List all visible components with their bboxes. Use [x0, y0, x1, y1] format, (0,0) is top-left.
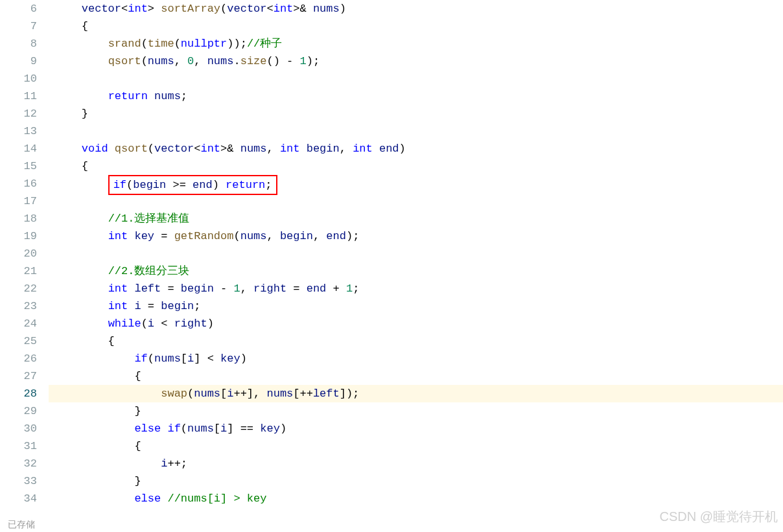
code-editor[interactable]: 6789101112131415161718192021222324252627…	[0, 0, 783, 532]
code-line[interactable]: srand(time(nullptr));//种子	[49, 35, 783, 52]
token: (	[148, 143, 154, 155]
token: end	[326, 230, 346, 242]
token: (	[148, 353, 154, 365]
code-line[interactable]: void qsort(vector<int>& nums, int begin,…	[49, 140, 783, 157]
token: begin	[280, 230, 313, 242]
token: nums	[240, 143, 267, 155]
token: (	[233, 230, 240, 242]
token: )	[340, 3, 346, 15]
token: nums	[240, 230, 267, 242]
line-number-gutter: 6789101112131415161718192021222324252627…	[0, 0, 49, 532]
line-number: 12	[0, 105, 37, 122]
token	[161, 492, 167, 505]
code-line[interactable]: //2.数组分三块	[49, 262, 783, 280]
code-line[interactable]: int key = getRandom(nums, begin, end);	[49, 227, 783, 245]
code-line[interactable]: vector<int> sortArray(vector<int>& nums)	[49, 0, 783, 17]
token: >&	[293, 3, 313, 15]
token: return	[226, 179, 265, 191]
token: i	[161, 457, 167, 470]
token	[148, 90, 154, 102]
token	[55, 387, 161, 400]
code-line[interactable]: {	[49, 332, 783, 350]
code-line[interactable]: else if(nums[i] == key)	[49, 420, 783, 437]
code-line[interactable]: {	[49, 437, 783, 455]
token: );	[346, 230, 359, 242]
token: int	[200, 143, 220, 155]
token: )	[213, 179, 226, 191]
line-number: 6	[0, 0, 37, 17]
token: right	[253, 283, 286, 295]
token: while	[108, 318, 141, 330]
code-line[interactable]: int left = begin - 1, right = end + 1;	[49, 280, 783, 297]
token: {	[55, 440, 141, 452]
token: (	[141, 318, 148, 330]
token: if	[167, 422, 180, 435]
token: {	[55, 160, 88, 172]
token: (	[141, 55, 148, 67]
token: ] <	[194, 353, 220, 365]
line-number: 26	[0, 350, 37, 367]
token: )	[280, 422, 286, 435]
token	[108, 143, 115, 155]
code-line[interactable]: while(i < right)	[49, 315, 783, 332]
code-line[interactable]: {	[49, 17, 783, 35]
token: swap	[161, 387, 187, 400]
token: [	[220, 387, 227, 400]
token: )	[207, 318, 214, 330]
code-area[interactable]: vector<int> sortArray(vector<int>& nums)…	[49, 0, 783, 532]
token: ,	[267, 143, 280, 155]
code-line[interactable]: int i = begin;	[49, 297, 783, 315]
token	[55, 143, 82, 155]
code-line[interactable]: //1.选择基准值	[49, 210, 783, 227]
token: ++],	[233, 387, 266, 400]
line-number: 30	[0, 420, 37, 437]
token: left	[134, 283, 161, 295]
token: i	[148, 318, 154, 330]
line-number: 29	[0, 402, 37, 420]
code-line[interactable]: }	[49, 472, 783, 490]
token: nums	[266, 387, 293, 400]
token: <	[154, 318, 174, 330]
code-line[interactable]: if(begin >= end) return;	[49, 175, 783, 192]
line-number: 10	[0, 70, 37, 87]
code-line[interactable]: qsort(nums, 0, nums.size() - 1);	[49, 52, 783, 70]
code-line[interactable]	[49, 122, 783, 140]
token: int	[108, 300, 128, 312]
token: (	[187, 387, 194, 400]
code-line[interactable]: if(nums[i] < key)	[49, 350, 783, 367]
code-line[interactable]: swap(nums[i++], nums[++left]);	[49, 385, 783, 402]
token: vector	[154, 143, 194, 155]
token	[55, 38, 108, 50]
token: [	[214, 422, 220, 435]
token: time	[148, 38, 174, 50]
token: (	[126, 179, 133, 191]
code-line[interactable]: else //nums[i] > key	[49, 490, 783, 507]
token	[55, 318, 108, 330]
line-number: 33	[0, 472, 37, 490]
code-line[interactable]: }	[49, 105, 783, 122]
line-number: 31	[0, 437, 37, 455]
code-line[interactable]	[49, 192, 783, 210]
code-line[interactable]: {	[49, 367, 783, 385]
token: vector	[227, 3, 266, 15]
token: {	[55, 335, 115, 347]
line-number: 8	[0, 35, 37, 52]
token: 1	[346, 283, 353, 295]
token: ,	[240, 283, 253, 295]
token: (	[174, 38, 181, 50]
token: nums	[207, 55, 234, 67]
token	[55, 422, 134, 435]
code-line[interactable]: }	[49, 402, 783, 420]
token	[55, 300, 108, 312]
code-line[interactable]: {	[49, 157, 783, 175]
token: (	[141, 38, 148, 50]
code-line[interactable]	[49, 70, 783, 87]
token	[55, 283, 108, 295]
token: key	[220, 353, 240, 365]
token: i	[187, 353, 194, 365]
token: )	[399, 143, 406, 155]
code-line[interactable]: return nums;	[49, 87, 783, 105]
code-line[interactable]: i++;	[49, 455, 783, 472]
code-line[interactable]	[49, 245, 783, 262]
token: int	[108, 283, 128, 295]
